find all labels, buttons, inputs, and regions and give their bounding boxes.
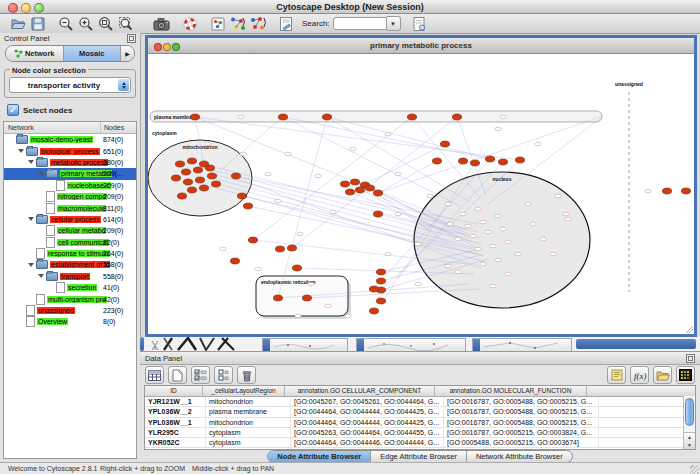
resize-grip[interactable] (690, 465, 699, 474)
float-data-panel-icon[interactable] (686, 354, 695, 363)
tree-row[interactable]: establishment of lo558(0) (4, 259, 136, 270)
unselect-attributes-icon[interactable] (214, 366, 233, 384)
scroll-up-icon[interactable]: ▲ (687, 434, 692, 440)
scrollbar-buttons[interactable]: ▲▼ (684, 432, 695, 449)
attribute-browser-tab[interactable]: Network Attribute Browser (467, 451, 572, 462)
data-panel: Data Panel f(x) (140, 351, 700, 463)
table-row[interactable]: YKR052Ccytoplasm[GO:0044464, GO:0044446,… (145, 438, 695, 448)
float-panel-icon[interactable] (127, 34, 136, 43)
tree-row[interactable]: metabolic process280(0) (4, 157, 136, 168)
table-row[interactable]: YPL036W__1mitochondrion[GO:0044464, GO:0… (145, 418, 695, 428)
table-row[interactable]: YPL036W__2plasma membrane[GO:0044464, GO… (145, 407, 695, 417)
tab-mosaic[interactable]: Mosaic (64, 46, 122, 61)
file-icon (46, 191, 55, 202)
column-header[interactable]: annotation.GO CELLULAR_COMPONENT (285, 386, 435, 396)
column-header[interactable]: annotation.GO MOLECULAR_FUNCTION (435, 386, 587, 396)
table-cell: [GO:0005488, GO:0005215, GO:0003674] (444, 438, 599, 447)
scrollbar-thumb[interactable] (685, 398, 694, 426)
tree-row[interactable]: cellular process614(0) (4, 214, 136, 225)
column-header[interactable]: _cellularLayoutRegion (203, 386, 285, 396)
tree-row[interactable]: cellular metabo209(0) (4, 225, 136, 236)
file-icon (56, 282, 65, 293)
tree-row[interactable]: primary metabol209(... (4, 168, 136, 179)
tree-row-node-count: 209(0) (103, 193, 123, 200)
tree-row[interactable]: Overview8(0) (4, 316, 136, 327)
function-builder-icon[interactable]: f(x) (630, 366, 649, 384)
tree-row[interactable]: macromolecule311(0) (4, 202, 136, 213)
network-frame-titlebar[interactable]: primary metabolic process (148, 38, 694, 54)
node-color-dropdown[interactable]: transporter activity (9, 77, 131, 93)
attribute-table-header[interactable]: ID_cellularLayoutRegionannotation.GO CEL… (145, 386, 695, 397)
network-canvas[interactable]: plasma membranecytoplasmmitochondrionnuc… (148, 54, 694, 334)
background-frame[interactable] (262, 338, 348, 351)
apply-layout-icon[interactable] (228, 15, 248, 33)
tree-row[interactable]: transport558(0) (4, 271, 136, 282)
svg-text:unassigned: unassigned (615, 81, 643, 87)
expand-arrow-icon[interactable] (38, 274, 44, 278)
search-config-icon[interactable] (409, 15, 429, 33)
zoom-selected-region-icon[interactable] (116, 15, 136, 33)
save-session-icon[interactable] (28, 15, 48, 33)
folder-icon (46, 272, 58, 281)
tab-network[interactable]: Network (6, 46, 64, 61)
scroll-down-icon[interactable]: ▼ (687, 442, 692, 448)
search-dropdown-button[interactable]: ▼ (387, 16, 401, 31)
new-attribute-icon[interactable] (168, 366, 187, 384)
zoom-out-icon[interactable] (56, 15, 76, 33)
background-frame[interactable] (472, 338, 572, 351)
control-panel-title: Control Panel (4, 34, 49, 43)
expand-arrow-icon[interactable] (28, 160, 34, 164)
attribute-matrix-icon[interactable] (676, 366, 695, 384)
annotation-notes-icon[interactable] (607, 366, 626, 384)
tree-row-label: transport (60, 273, 90, 280)
tree-header[interactable]: Network Nodes (4, 122, 136, 134)
tree-row[interactable]: biological_process651(0) (4, 145, 136, 156)
tree-row[interactable]: secretion41(0) (4, 282, 136, 293)
table-row[interactable]: YDR039C__1mitochondrion[GO:0044464, GO:0… (145, 448, 695, 450)
tree-row[interactable]: nitrogen compo209(0) (4, 191, 136, 202)
network-graph[interactable]: plasma membranecytoplasmmitochondrionnuc… (148, 54, 694, 334)
tree-body: mosaic-demo-yeast874(0)biological_proces… (4, 134, 136, 328)
apply-vizmap-icon[interactable] (248, 15, 268, 33)
search-input[interactable] (333, 17, 387, 30)
background-frame-titlebar[interactable] (576, 339, 696, 349)
background-frame[interactable] (356, 338, 466, 351)
table-row[interactable]: YJR121W__1mitochondrion[GO:0045267, GO:0… (145, 397, 695, 407)
tree-row[interactable]: nucleobase-c209(0) (4, 180, 136, 191)
tree-row[interactable]: multi-organism pro42(0) (4, 293, 136, 304)
expand-arrow-icon[interactable] (18, 149, 24, 153)
tree-row[interactable]: unassigned223(0) (4, 305, 136, 316)
network-frame-title: primary metabolic process (148, 41, 694, 50)
table-row[interactable]: YLR295Ccytoplasm[GO:0045263, GO:0044464,… (145, 428, 695, 438)
tree-row[interactable]: mosaic-demo-yeast874(0) (4, 134, 136, 145)
annotation-icon[interactable] (276, 15, 296, 33)
zoom-in-icon[interactable] (76, 15, 96, 33)
zoom-fit-icon[interactable] (96, 15, 116, 33)
open-file-icon[interactable] (8, 15, 28, 33)
graphics-details-icon[interactable] (208, 15, 228, 33)
canvas-resize-grip[interactable] (686, 326, 693, 333)
delete-attribute-icon[interactable] (237, 366, 256, 384)
attribute-browser-tab[interactable]: Node Attribute Browser (268, 451, 371, 462)
attribute-browser-tab[interactable]: Edge Attribute Browser (371, 451, 467, 462)
expand-arrow-icon[interactable] (28, 263, 34, 267)
file-icon (36, 248, 45, 259)
expand-arrow-icon[interactable] (38, 172, 44, 176)
window-titlebar[interactable]: Cytoscape Desktop (New Session) (0, 0, 700, 14)
expand-arrow-icon[interactable] (28, 217, 34, 221)
attribute-table: ID_cellularLayoutRegionannotation.GO CEL… (144, 385, 696, 450)
tree-row[interactable]: response to stimulu264(0) (4, 248, 136, 259)
svg-text:cytoplasm: cytoplasm (152, 130, 177, 136)
select-nodes-checkbox[interactable]: ✓ (7, 104, 19, 116)
column-header[interactable]: ID (145, 386, 203, 396)
attribute-table-icon[interactable] (145, 366, 164, 384)
table-vertical-scrollbar[interactable]: ▲▼ (683, 396, 695, 449)
tree-row[interactable]: cell communicat22(0) (4, 237, 136, 248)
import-attributes-icon[interactable] (653, 366, 672, 384)
file-icon (56, 180, 65, 191)
select-attributes-icon[interactable] (191, 366, 210, 384)
help-icon[interactable] (180, 15, 200, 33)
export-snapshot-icon[interactable] (152, 15, 172, 33)
cytoscape-desktop: Cytoscape Desktop (New Session) (0, 0, 700, 474)
tab-overflow-arrow[interactable]: ▶ (121, 46, 134, 61)
